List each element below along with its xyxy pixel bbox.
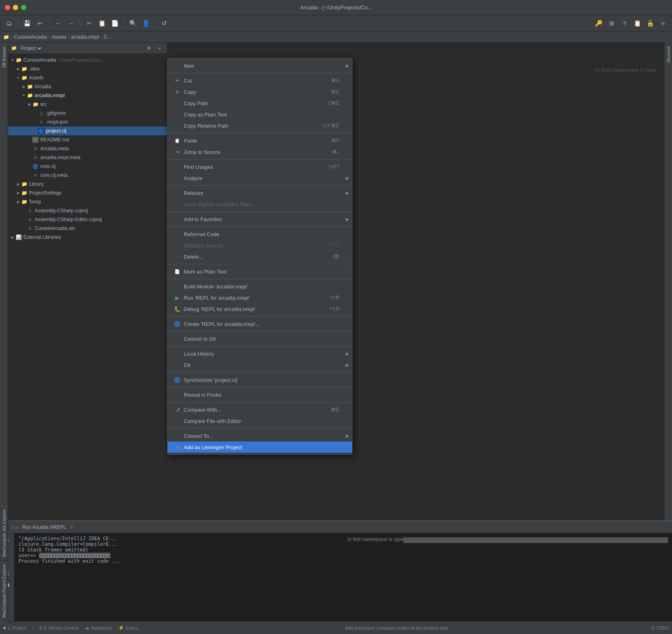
tree-item[interactable]: ▶ ≡ Assembly-CSharp-Editor.csproj — [8, 215, 167, 224]
undo-btn[interactable]: ↺ — [158, 18, 170, 29]
structure-btn[interactable]: ⊞ — [606, 18, 617, 29]
cut-btn[interactable]: ✂ — [83, 18, 95, 29]
tree-item[interactable]: ▶ ≡ .nrepl-port — [8, 118, 167, 126]
paste-btn[interactable]: 📄 — [109, 18, 120, 29]
menu-item-refactor[interactable]: Refactor ▶ — [168, 187, 352, 199]
separator — [168, 316, 352, 317]
submenu-arrow: ▶ — [346, 63, 349, 68]
help-btn[interactable]: ? — [619, 18, 630, 29]
menu-item-jump-source[interactable]: ↪ Jump to Source ⌘↓ — [168, 146, 352, 157]
bc-arcadia-nrepl[interactable]: arcadia.nrepl — [71, 34, 99, 40]
db-browser-tab[interactable]: DB Browser — [0, 43, 8, 71]
inspect-btn[interactable]: 📋 — [632, 18, 643, 29]
tree-item[interactable]: ▶ ≡ Assembly-CSharp.csproj — [8, 206, 167, 215]
menu-item-paste[interactable]: 📋 Paste ⌘V — [168, 135, 352, 146]
unlock-btn[interactable]: 🔓 — [645, 18, 656, 29]
tree-item-selected[interactable]: ▶ 🌀 project.clj — [8, 126, 167, 135]
menu-item-create-repl[interactable]: 🌀 Create 'REPL for arcadia.nrepl'... — [168, 318, 352, 329]
menu-item-delete[interactable]: Delete... ⌫ — [168, 251, 352, 262]
tree-item[interactable]: ▶ 📁 ProjectSettings — [8, 189, 167, 197]
maxcompute-job-tab[interactable]: MaxCompute Job Explorer — [0, 506, 8, 560]
status-item-bottom-message: Add and import Leiningen project to the … — [345, 626, 448, 630]
menu-item-find-usages[interactable]: Find Usages ⌥F7 — [168, 161, 352, 172]
forward-btn[interactable]: → — [65, 18, 77, 29]
menu-item-copy-path[interactable]: Copy Path ⇧⌘C — [168, 97, 352, 109]
menu-item-local-history[interactable]: Local History ▶ — [168, 348, 352, 359]
tree-item[interactable]: ▶ 📁 src — [8, 100, 167, 109]
tree-item[interactable]: ▼ 📁 Assets — [8, 73, 167, 82]
menu-item-compare-editor[interactable]: Compare File with Editor — [168, 415, 352, 427]
refactor-submenu-arrow: ▶ — [346, 191, 349, 196]
fx-btn[interactable]: fx — [657, 18, 669, 29]
cut-shortcut: ⌘X — [331, 78, 339, 83]
menu-item-debug-repl[interactable]: 🐛 Debug 'REPL for arcadia.nrepl' ^⇧D — [168, 303, 352, 315]
tree-item[interactable]: ▶ 📁 Temp — [8, 197, 167, 206]
menu-item-analyze[interactable]: Analyze ▶ — [168, 172, 352, 184]
maxcompute-project-tab[interactable]: MaxCompute Project Explorer — [0, 560, 8, 621]
tree-item[interactable]: ▶ 📁 Arcadia — [8, 82, 167, 91]
cut-icon: ✂ — [174, 77, 180, 84]
menu-label-delete: Delete... — [184, 254, 203, 260]
minimize-button[interactable] — [13, 5, 18, 10]
panel-settings-btn[interactable]: ⚙ — [145, 44, 153, 52]
menu-item-copy[interactable]: ⎘ Copy ⌘C — [168, 86, 352, 97]
menu-item-new[interactable]: New ▶ — [168, 60, 352, 71]
status-item-version-control[interactable]: 9 9: Version Control — [39, 626, 79, 630]
tree-item[interactable]: ▶ 🌀 core.clj — [8, 162, 167, 171]
bc-root[interactable]: 📁 — [3, 34, 9, 40]
run-repl-shortcut: ^⇧R — [330, 295, 339, 300]
copy-btn[interactable]: 📋 — [96, 18, 108, 29]
search-btn[interactable]: 🔍 — [127, 18, 139, 29]
revert-btn[interactable]: ↩ — [34, 18, 46, 29]
tree-item[interactable]: ▶ 📁 .idea — [8, 64, 167, 73]
tree-item[interactable]: ▶ ≡ core.clj.meta — [8, 171, 167, 180]
menu-item-copy-relative[interactable]: Copy Relative Path ⌥⇧⌘C — [168, 120, 352, 131]
bc-assets[interactable]: Assets — [52, 34, 66, 40]
menu-item-compare-with[interactable]: ⎇ Compare With... ⌘D — [168, 404, 352, 415]
menu-item-add-favorites[interactable]: Add to Favorites ▶ — [168, 213, 352, 225]
bc-cursive[interactable]: CursiveArcadia — [14, 34, 47, 40]
menu-item-commit-git[interactable]: Commit to Git — [168, 333, 352, 344]
panel-type-select[interactable]: Project — [19, 45, 43, 52]
tree-item[interactable]: ▶ ≡ arcadia.nrepl.meta — [8, 153, 167, 162]
tree-item[interactable]: ▶ 📁 Library — [8, 180, 167, 189]
settings-icon[interactable]: ⚙ — [69, 524, 73, 530]
save-btn[interactable]: 💾 — [21, 18, 33, 29]
user-btn[interactable]: 👤 — [140, 18, 151, 29]
back-btn[interactable]: ← — [52, 18, 64, 29]
menu-item-build-module[interactable]: Build Module 'arcadia.nrepl' — [168, 281, 352, 292]
menu-item-convert-to[interactable]: Convert To... ▶ — [168, 430, 352, 441]
menu-item-reveal-finder[interactable]: Reveal in Finder — [168, 389, 352, 400]
menu-item-copy-plain[interactable]: Copy as Plain Text — [168, 109, 352, 120]
project-icon[interactable]: 🗂 — [3, 18, 15, 29]
tree-item[interactable]: ▶ ≡ CursiveArcadia.sln — [8, 224, 167, 233]
close-button[interactable] — [5, 5, 10, 10]
menu-item-reformat[interactable]: Reformat Code — [168, 228, 352, 240]
menu-item-mark-plain[interactable]: 📄 Mark as Plain Text — [168, 266, 352, 277]
tree-item[interactable]: ▶ MD README.md — [8, 135, 167, 144]
status-item-salesforce[interactable]: ☁ Salesforce — [85, 625, 112, 630]
exec-label: Execu... — [126, 626, 142, 630]
maximize-button[interactable] — [21, 5, 26, 10]
structure-tab[interactable]: Structure — [664, 43, 672, 66]
menu-item-git[interactable]: Git ▶ — [168, 359, 352, 371]
status-item-exec[interactable]: ⚡ Execu... — [118, 625, 142, 630]
add-favorites-submenu-arrow: ▶ — [346, 217, 349, 222]
analyze-submenu-arrow: ▶ — [346, 176, 349, 181]
bc-current[interactable]: C... — [104, 34, 112, 40]
mark-plain-icon: 📄 — [174, 268, 180, 275]
tree-item[interactable]: ▶ ◇ .gitignore — [8, 109, 167, 118]
menu-item-add-leiningen[interactable]: ⊕ Add as Leiningen Project — [168, 441, 352, 453]
status-item-1-project[interactable]: ■ 1: Project — [3, 626, 26, 630]
menu-item-cut[interactable]: ✂ Cut ⌘X — [168, 75, 352, 86]
menu-item-run-repl[interactable]: ▶ Run 'REPL for arcadia.nrepl' ^⇧R — [168, 292, 352, 303]
tree-item[interactable]: ▼ 📁 arcadia.nrepl — [8, 91, 167, 100]
tree-item-external-libs[interactable]: ▶ 📊 External Libraries — [8, 233, 167, 242]
tree-item[interactable]: ▶ ≡ Arcadia.meta — [8, 144, 167, 153]
status-item-todo[interactable]: 6: TODO — [651, 626, 669, 630]
separator — [168, 159, 352, 160]
bookmark-btn[interactable]: 🔑 — [593, 18, 604, 29]
tree-item[interactable]: ▼ 📁 CursiveArcadia ~/UnityProjects/Cursi… — [8, 56, 167, 64]
menu-item-synchronize[interactable]: 🌀 Synchronize 'project.clj' — [168, 374, 352, 385]
panel-close-btn[interactable]: × — [156, 44, 164, 52]
